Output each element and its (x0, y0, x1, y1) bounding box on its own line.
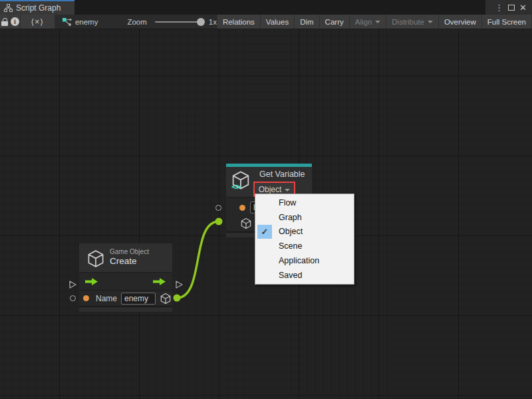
carry-button[interactable]: Carry (320, 15, 350, 29)
zoom-slider[interactable] (155, 21, 203, 23)
menu-item-scene[interactable]: Scene (255, 239, 354, 253)
window-controls: ⋮ ✕ (485, 0, 532, 15)
graph-name[interactable]: enemy (75, 18, 98, 26)
tab-script-graph[interactable]: Script Graph (0, 0, 74, 15)
script-graph-window: Script Graph ⋮ ✕ i ⟨×⟩ (0, 0, 532, 399)
create-gameobject-node[interactable]: Game Object Create Name (79, 243, 172, 312)
menu-item-object[interactable]: ✓ Object (255, 225, 354, 239)
fullscreen-button[interactable]: Full Screen (482, 15, 532, 29)
graph-canvas[interactable]: <> Get Variable Object (0, 29, 532, 399)
create-header: Game Object Create (79, 243, 172, 272)
menu-item-application[interactable]: Application (255, 253, 354, 268)
close-icon[interactable]: ✕ (519, 3, 527, 12)
menu-check-gutter (257, 239, 272, 253)
node-category: Game Object (110, 248, 149, 255)
preview-code-button[interactable]: ⟨×⟩ (21, 15, 55, 29)
more-icon[interactable]: ⋮ (495, 3, 503, 12)
zoom-slider-handle[interactable] (197, 18, 205, 26)
create-titles: Game Object Create (110, 248, 149, 266)
chevron-down-icon (375, 21, 380, 23)
flow-in-arrow-icon[interactable] (84, 277, 99, 286)
menu-check-gutter (257, 268, 272, 283)
code-icon: ⟨×⟩ (31, 17, 44, 27)
align-button[interactable]: Align (350, 15, 387, 29)
menu-item-flow[interactable]: Flow (255, 196, 354, 210)
create-footer (79, 306, 172, 312)
values-button[interactable]: Values (261, 15, 295, 29)
gameobject-cube-icon (86, 249, 106, 269)
graph-toolbar: i ⟨×⟩ enemy Zoom 1x Relations V (0, 15, 532, 29)
flow-out-arrow-icon[interactable] (152, 277, 167, 286)
code-brackets-icon: <> (231, 182, 241, 192)
menu-item-graph[interactable]: Graph (255, 210, 354, 225)
node-title: Create (110, 256, 149, 266)
lock-button[interactable] (0, 15, 10, 29)
dim-button[interactable]: Dim (295, 15, 319, 29)
flow-in-port[interactable] (68, 280, 77, 289)
graph-hierarchy-icon (4, 4, 13, 12)
relations-button[interactable]: Relations (217, 15, 261, 29)
zoom-label: Zoom (127, 18, 146, 26)
menu-check-gutter (257, 210, 272, 225)
menu-check-gutter (257, 196, 272, 210)
name-in-port[interactable] (70, 295, 76, 301)
chevron-down-icon (285, 189, 290, 192)
name-row: Name (79, 290, 172, 306)
info-icon: i (11, 17, 19, 26)
variable-kind-menu: Flow Graph ✓ Object Scene Application (255, 194, 354, 285)
chevron-down-icon (428, 21, 433, 23)
graph-asset-icon (62, 17, 72, 27)
gameobject-output-icon[interactable] (159, 292, 172, 305)
lock-icon (1, 18, 8, 26)
name-label: Name (96, 294, 117, 303)
gameobject-port-icon[interactable] (239, 217, 253, 230)
flow-out-port[interactable] (175, 280, 184, 289)
zoom-value: 1x (209, 18, 217, 26)
distribute-button[interactable]: Distribute (386, 15, 439, 29)
get-variable-title: Get Variable (259, 170, 305, 179)
input-port-ring[interactable] (215, 205, 221, 211)
info-button[interactable]: i (10, 15, 20, 29)
breadcrumb: enemy Zoom 1x (55, 15, 217, 29)
tab-title: Script Graph (16, 3, 61, 13)
maximize-icon[interactable] (508, 5, 515, 11)
name-input[interactable] (121, 293, 156, 305)
menu-check-gutter (257, 253, 272, 268)
menu-item-saved[interactable]: Saved (255, 268, 354, 283)
name-port[interactable] (239, 205, 245, 211)
name-port[interactable] (83, 295, 89, 301)
check-icon: ✓ (261, 227, 269, 237)
menu-check-gutter: ✓ (257, 225, 272, 239)
overview-button[interactable]: Overview (439, 15, 482, 29)
get-variable-header: <> Get Variable Object (226, 167, 312, 197)
flow-row (79, 272, 172, 290)
tab-bar: Script Graph ⋮ ✕ (0, 0, 532, 15)
